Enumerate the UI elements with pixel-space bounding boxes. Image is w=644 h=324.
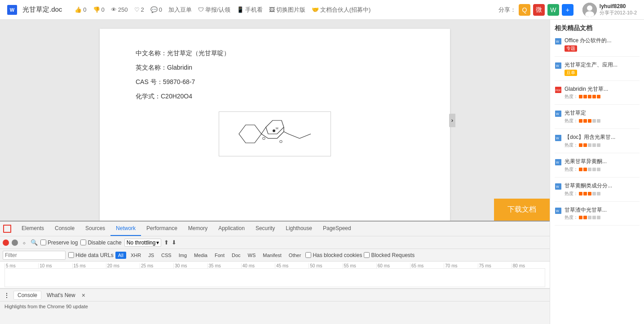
share-btn-qq[interactable]: Q bbox=[519, 4, 530, 16]
user-details: lyhuif8280 分享于2012-10-2 bbox=[600, 3, 637, 16]
tab-performance[interactable]: Performance bbox=[141, 222, 183, 236]
mobile-btn[interactable]: 📱 手机看 bbox=[237, 6, 263, 14]
doc-type-icon: W bbox=[555, 110, 562, 117]
stop-btn[interactable] bbox=[12, 240, 18, 246]
filter-tag-doc[interactable]: Doc bbox=[229, 252, 243, 259]
filter-tag-css[interactable]: CSS bbox=[159, 252, 174, 259]
hide-data-urls-label[interactable]: Hide data URLs bbox=[68, 252, 114, 258]
tab-pagespeed[interactable]: PageSpeed bbox=[318, 222, 357, 236]
has-blocked-label[interactable]: Has blocked cookies bbox=[305, 252, 362, 258]
doc-item-title: 甘草渣中光甘草... bbox=[565, 206, 640, 214]
list-item[interactable]: W 光甘草定生产、应用... 豆单 bbox=[555, 61, 640, 81]
disable-cache-label[interactable]: Disable cache bbox=[80, 240, 121, 246]
doc-icon: W bbox=[7, 5, 17, 15]
doc-item-title: 光甘草定 bbox=[565, 109, 640, 117]
heat-dot bbox=[583, 192, 587, 195]
badge-zhuanjia: 专题 bbox=[565, 45, 577, 52]
collab-btn[interactable]: 🤝 文档合伙人(招募中) bbox=[312, 6, 371, 14]
list-item[interactable]: W 甘草黄酮类成分分... 热度： bbox=[555, 182, 640, 202]
tick-65ms: 65 ms bbox=[410, 263, 444, 268]
share-btn-wechat[interactable]: W bbox=[547, 4, 559, 16]
list-item[interactable]: PDF Glabridin 光甘草... 热度： bbox=[555, 85, 640, 105]
chemical-structure-image: H O O bbox=[219, 111, 331, 156]
fav-btn[interactable]: ♡ 2 bbox=[134, 6, 144, 13]
blocked-requests-label[interactable]: Blocked Requests bbox=[364, 252, 415, 258]
svg-line-12 bbox=[288, 134, 300, 138]
tab-application[interactable]: Application bbox=[213, 222, 250, 236]
upload-btn[interactable]: ⬆ bbox=[164, 239, 169, 246]
devtools-corner-icon[interactable] bbox=[0, 222, 14, 236]
tab-elements[interactable]: Elements bbox=[16, 222, 49, 236]
download-btn[interactable]: 下载文档 bbox=[494, 199, 550, 221]
doc-info: 光果甘草异黄酮... 热度： bbox=[565, 158, 640, 173]
tick-75ms: 75 ms bbox=[478, 263, 512, 268]
filter-tag-manifest[interactable]: Manifest bbox=[260, 252, 284, 259]
tab-security[interactable]: Security bbox=[250, 222, 280, 236]
filter-tag-media[interactable]: Media bbox=[191, 252, 210, 259]
has-blocked-checkbox[interactable] bbox=[305, 252, 311, 258]
preserve-log-checkbox[interactable] bbox=[40, 240, 46, 245]
heat-dot bbox=[592, 216, 596, 219]
heat-dot bbox=[592, 192, 596, 195]
sidebar-collapse-arrow[interactable]: › bbox=[449, 114, 455, 127]
hide-data-urls-checkbox[interactable] bbox=[68, 252, 74, 258]
report-btn[interactable]: 🛡 举报/认领 bbox=[198, 6, 230, 14]
list-item[interactable]: W 甘草渣中光甘草... 热度： bbox=[555, 206, 640, 226]
filter-tag-xhr[interactable]: XHR bbox=[128, 252, 144, 259]
timeline-ruler: 5 ms 10 ms 15 ms 20 ms 25 ms 30 ms 35 ms… bbox=[0, 263, 550, 268]
list-item[interactable]: W 光果甘草异黄酮... 热度： bbox=[555, 158, 640, 178]
drawer-close-btn[interactable]: × bbox=[82, 292, 85, 299]
tab-sources[interactable]: Sources bbox=[80, 222, 110, 236]
doc-item-title: 光果甘草异黄酮... bbox=[565, 158, 640, 165]
filter-tag-img[interactable]: Img bbox=[176, 252, 190, 259]
tab-lighthouse[interactable]: Lighthouse bbox=[280, 222, 318, 236]
heat-dot bbox=[597, 95, 600, 98]
heat-bar: 热度： bbox=[565, 214, 640, 221]
filter-icon[interactable]: ⬦ bbox=[21, 239, 28, 246]
svg-text:W: W bbox=[556, 137, 559, 140]
dislike-btn[interactable]: 👎 0 bbox=[93, 6, 105, 13]
blocked-requests-checkbox[interactable] bbox=[364, 252, 370, 258]
share-btn-more[interactable]: + bbox=[562, 4, 573, 16]
tab-console[interactable]: Console bbox=[49, 222, 80, 236]
tick-20ms: 20 ms bbox=[106, 263, 140, 268]
drawer-dots-icon[interactable]: ⋮ bbox=[4, 292, 10, 299]
tab-network[interactable]: Network bbox=[110, 222, 141, 236]
filter-tag-all[interactable]: All bbox=[115, 252, 126, 259]
preserve-log-label[interactable]: Preserve log bbox=[40, 240, 78, 246]
filter-tag-ws[interactable]: WS bbox=[245, 252, 259, 259]
red-box-icon bbox=[3, 225, 11, 233]
doc-image-container: H O O bbox=[136, 111, 414, 156]
switch-img-btn[interactable]: 🖼 切换图片版 bbox=[269, 6, 305, 14]
heat-dot bbox=[588, 216, 591, 219]
heat-bar: 热度： bbox=[565, 191, 640, 197]
doc-type-icon: W bbox=[555, 159, 562, 166]
list-item[interactable]: W 【doc】用含光果甘... 热度： bbox=[555, 133, 640, 153]
drawer-tab-whats-new[interactable]: What's New bbox=[43, 291, 79, 299]
drawer-tab-console[interactable]: Console bbox=[13, 291, 41, 300]
heat-dot bbox=[588, 143, 591, 147]
share-btn-weibo[interactable]: 微 bbox=[533, 4, 545, 16]
list-item[interactable]: W Office 办公软件的... 专题 bbox=[555, 37, 640, 57]
record-btn[interactable] bbox=[3, 240, 9, 246]
filter-tag-other[interactable]: Other bbox=[286, 252, 304, 259]
comment-btn[interactable]: 💬 0 bbox=[150, 6, 162, 13]
download-har-btn[interactable]: ⬇ bbox=[172, 239, 176, 246]
tick-10ms: 10 ms bbox=[38, 263, 72, 268]
doc-type-icon: W bbox=[555, 207, 562, 214]
add-douban-btn[interactable]: 加入豆单 bbox=[168, 6, 192, 14]
filter-tag-js[interactable]: JS bbox=[146, 252, 157, 259]
throttle-select[interactable]: No throttling ▾ bbox=[124, 239, 162, 247]
search-icon[interactable]: 🔍 bbox=[31, 239, 38, 246]
like-btn[interactable]: 👍 0 bbox=[75, 6, 86, 13]
disable-cache-checkbox[interactable] bbox=[80, 240, 86, 245]
filter-input[interactable] bbox=[3, 251, 66, 260]
doc-type-icon: W bbox=[555, 38, 562, 45]
heat-dot bbox=[579, 143, 582, 147]
doc-page: 中文名称：光甘草定（光甘草啶） 英文名称：Glabridin CAS 号：598… bbox=[100, 29, 450, 221]
list-item[interactable]: W 光甘草定 热度： bbox=[555, 109, 640, 129]
doc-line2: 英文名称：Glabridin bbox=[136, 61, 414, 74]
status-text: Highlights from the Chrome 90 update bbox=[4, 304, 88, 309]
tab-memory[interactable]: Memory bbox=[183, 222, 213, 236]
filter-tag-font[interactable]: Font bbox=[212, 252, 227, 259]
